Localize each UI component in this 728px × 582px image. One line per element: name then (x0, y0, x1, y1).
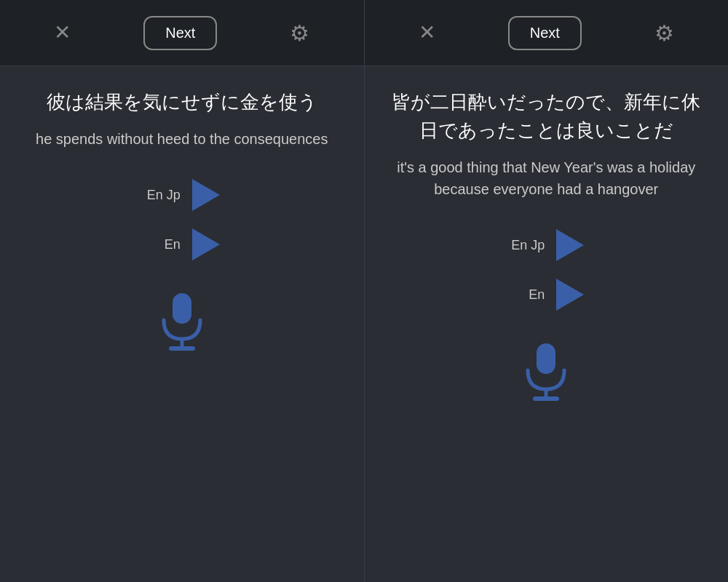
svg-rect-0 (173, 293, 191, 324)
svg-rect-3 (537, 343, 555, 374)
left-panel-header: ✕ Next ⚙ (0, 0, 364, 65)
left-play-en-button[interactable] (192, 228, 220, 260)
svg-rect-2 (169, 346, 195, 351)
right-audio-controls: En Jp En (387, 229, 707, 311)
right-settings-icon[interactable]: ⚙ (654, 20, 674, 46)
left-japanese-text: 彼は結果を気にせずに金を使う (22, 88, 342, 116)
left-mic-icon (153, 290, 211, 355)
right-play-en-button[interactable] (556, 279, 584, 311)
right-japanese-text: 皆が二日酔いだったので、新年に休日であったことは良いことだ (387, 88, 707, 145)
app-header: ✕ Next ⚙ ✕ Next ⚙ (0, 0, 728, 66)
left-audio-en-row: En (144, 228, 220, 260)
left-audio-en-jp-row: En Jp (144, 179, 220, 211)
right-audio-en-label: En (508, 287, 545, 303)
right-close-icon[interactable]: ✕ (419, 23, 435, 43)
right-mic-button[interactable] (517, 340, 575, 408)
left-english-text: he spends without heed to the consequenc… (22, 128, 342, 150)
right-play-en-jp-button[interactable] (556, 229, 584, 261)
right-panel-header: ✕ Next ⚙ (364, 0, 729, 65)
main-content: 彼は結果を気にせずに金を使う he spends without heed to… (0, 66, 728, 582)
right-next-button[interactable]: Next (508, 16, 582, 50)
right-english-text: it's a good thing that New Year's was a … (387, 156, 707, 200)
left-next-button[interactable]: Next (143, 16, 217, 50)
left-audio-controls: En Jp En (22, 179, 342, 260)
left-close-icon[interactable]: ✕ (54, 23, 71, 43)
right-audio-en-jp-row: En Jp (508, 229, 584, 261)
left-audio-en-jp-label: En Jp (144, 188, 181, 203)
left-audio-en-label: En (144, 237, 181, 252)
right-mic-icon (517, 340, 575, 405)
left-panel: 彼は結果を気にせずに金を使う he spends without heed to… (0, 66, 364, 582)
right-audio-en-jp-label: En Jp (508, 238, 545, 253)
left-play-en-jp-button[interactable] (192, 179, 220, 211)
right-audio-en-row: En (508, 279, 584, 311)
left-settings-icon[interactable]: ⚙ (290, 20, 309, 46)
svg-rect-5 (533, 396, 559, 401)
left-mic-button[interactable] (153, 290, 211, 358)
right-panel: 皆が二日酔いだったので、新年に休日であったことは良いことだ it's a goo… (364, 66, 729, 582)
